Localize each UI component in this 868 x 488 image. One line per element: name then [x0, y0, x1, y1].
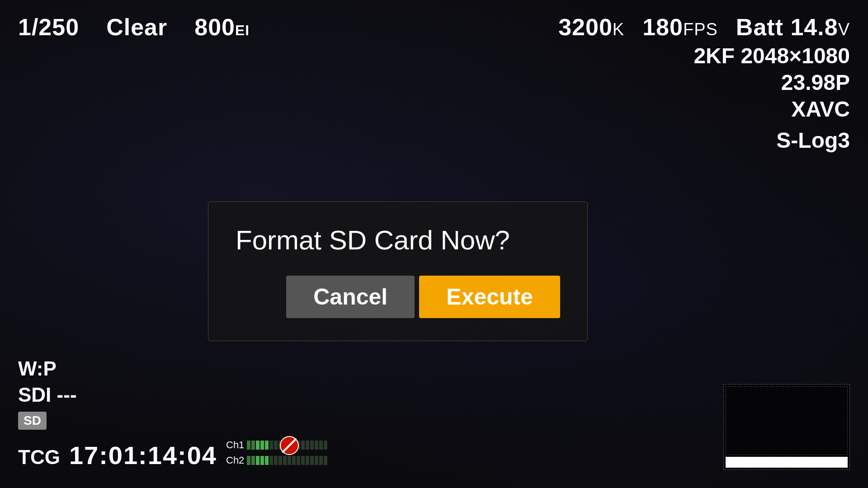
execute-button[interactable]: Execute: [419, 276, 560, 318]
camera-hud: 1/250 Clear 800EI 3200K 180FPS Batt 14.8…: [0, 0, 868, 488]
dialog-title: Format SD Card Now?: [236, 225, 560, 256]
dialog-overlay: Format SD Card Now? Cancel Execute: [0, 0, 868, 488]
dialog-buttons: Cancel Execute: [236, 276, 560, 318]
cancel-button[interactable]: Cancel: [286, 276, 415, 318]
format-dialog: Format SD Card Now? Cancel Execute: [208, 202, 588, 341]
